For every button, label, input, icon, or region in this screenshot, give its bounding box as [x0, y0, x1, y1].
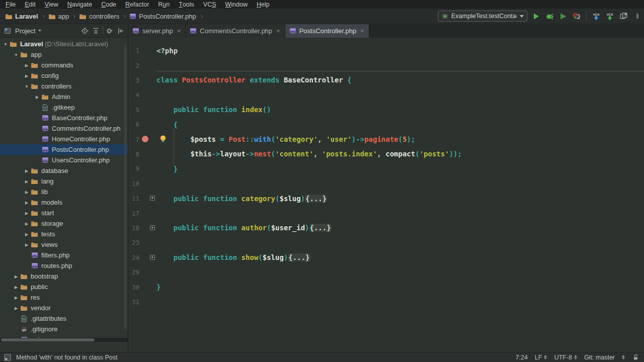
tree-item--gitignore[interactable]: git.gitignore	[0, 324, 128, 334]
vcs-update-icon[interactable]: VCS	[591, 11, 601, 21]
code-line-17[interactable]: 17	[128, 206, 644, 220]
encoding-select[interactable]: UTF-8	[554, 354, 577, 361]
collapse-all-icon[interactable]	[91, 26, 101, 36]
tree-item-controllers[interactable]: ▼controllers	[0, 81, 128, 92]
tree-item-artisan[interactable]: phpartisan	[0, 334, 128, 338]
tree-item-commentscontroller-ph[interactable]: phpCommentsController.ph	[0, 123, 128, 134]
code-line-2[interactable]: 2	[128, 58, 644, 72]
menu-file[interactable]: File	[1, 0, 20, 9]
run-icon[interactable]	[531, 11, 541, 21]
tree-item-admin[interactable]: ▶Admin	[0, 92, 128, 102]
gutter[interactable]: 6	[128, 117, 156, 132]
gutter[interactable]: 29	[128, 265, 156, 280]
tree-item-lang[interactable]: ▶lang	[0, 176, 128, 187]
run-configuration-select[interactable]: ExampleTest.testContact	[438, 11, 527, 22]
gutter[interactable]: 18+	[128, 221, 156, 235]
chevron-collapsed-icon[interactable]: ▶	[23, 200, 30, 205]
code-line-10[interactable]: 10	[128, 176, 644, 191]
tree-item-filters-php[interactable]: phpfilters.php	[0, 250, 128, 260]
chevron-collapsed-icon[interactable]: ▶	[34, 95, 41, 100]
menu-navigate[interactable]: Navigate	[63, 0, 97, 9]
tab-postscontroller-php[interactable]: phpPostsController.php×	[285, 24, 369, 38]
lock-icon[interactable]	[632, 354, 639, 361]
code-line-9[interactable]: 9 }	[128, 161, 644, 176]
tree-item-models[interactable]: ▶models	[0, 197, 128, 208]
code-line-1[interactable]: 1<?php	[128, 43, 644, 58]
gutter[interactable]: 4	[128, 87, 156, 102]
close-icon[interactable]: ×	[360, 27, 364, 35]
chevron-expanded-icon[interactable]: ▼	[2, 42, 9, 47]
close-icon[interactable]: ×	[276, 27, 280, 35]
code-line-29[interactable]: 29	[128, 265, 644, 280]
tree-item-storage[interactable]: ▶storage	[0, 218, 128, 229]
chevron-collapsed-icon[interactable]: ▶	[13, 295, 20, 300]
breadcrumb-item[interactable]: Laravel	[5, 13, 38, 20]
code-line-7[interactable]: 7 $posts = Post::with('category', 'user'…	[128, 132, 644, 146]
gutter[interactable]: 5	[128, 103, 156, 117]
gear-icon[interactable]	[105, 26, 115, 36]
gutter[interactable]: 23	[128, 235, 156, 250]
gutter[interactable]: 30	[128, 280, 156, 294]
tree-item-res[interactable]: ▶res	[0, 292, 128, 303]
tree-item--gitattributes[interactable]: .gitattributes	[0, 313, 128, 324]
code-line-18[interactable]: 18+ public function author($user_id){...…	[128, 221, 644, 235]
close-icon[interactable]: ×	[177, 27, 181, 35]
tree-item-public[interactable]: ▶public	[0, 282, 128, 292]
panel-horizontal-scrollbar[interactable]	[0, 338, 128, 342]
hide-panel-icon[interactable]	[116, 26, 126, 36]
gutter[interactable]: 10	[128, 176, 156, 191]
chevron-expanded-icon[interactable]: ▼	[23, 84, 30, 89]
profiler-icon[interactable]	[572, 11, 582, 21]
tree-item-postscontroller-php[interactable]: phpPostsController.php	[0, 144, 128, 155]
tree-item-start[interactable]: ▶start	[0, 208, 128, 218]
chevron-collapsed-icon[interactable]: ▶	[13, 285, 20, 290]
code-line-30[interactable]: 30}	[128, 280, 644, 294]
tree-item-app[interactable]: ▼app	[0, 49, 128, 60]
breadcrumb-item[interactable]: controllers	[79, 13, 119, 20]
tree-item-userscontroller-php[interactable]: phpUsersController.php	[0, 155, 128, 165]
code-line-4[interactable]: 4	[128, 87, 644, 102]
tree-item-basecontroller-php[interactable]: phpBaseController.php	[0, 113, 128, 123]
tree-item-homecontroller-php[interactable]: phpHomeController.php	[0, 134, 128, 144]
menu-tools[interactable]: Tools	[174, 0, 199, 9]
code-line-6[interactable]: 6 {	[128, 117, 644, 132]
code-line-3[interactable]: 3class PostsController extends BaseContr…	[128, 73, 644, 87]
chevron-collapsed-icon[interactable]: ▶	[23, 73, 30, 78]
vcs-branch-widget[interactable]: Git: master	[584, 354, 625, 361]
menu-vcs[interactable]: VCS	[199, 0, 221, 9]
menu-edit[interactable]: Edit	[20, 0, 40, 9]
chevron-collapsed-icon[interactable]: ▶	[23, 242, 30, 247]
code-line-8[interactable]: 8 $this->layout->nest('content', 'posts.…	[128, 147, 644, 161]
tree-item-database[interactable]: ▶database	[0, 165, 128, 176]
chevron-collapsed-icon[interactable]: ▶	[23, 168, 30, 173]
tree-item-laravel[interactable]: ▼Laravel (D:\Sites\Lab\Laravel)	[0, 39, 128, 49]
menu-window[interactable]: Window	[221, 0, 252, 9]
gutter[interactable]: 2	[128, 58, 156, 72]
tab-commentscontroller-php[interactable]: phpCommentsController.php×	[186, 24, 285, 38]
fold-expand-icon[interactable]: +	[150, 196, 155, 201]
menu-help[interactable]: Help	[252, 0, 274, 9]
gutter[interactable]: 7	[128, 132, 156, 146]
code-editor[interactable]: 1<?php23class PostsController extends Ba…	[128, 38, 644, 352]
chevron-collapsed-icon[interactable]: ▶	[23, 211, 30, 216]
fold-expand-icon[interactable]: +	[150, 255, 155, 260]
breakpoint-icon[interactable]	[142, 136, 148, 142]
tree-item--gitkeep[interactable]: ?.gitkeep	[0, 102, 128, 113]
panel-vertical-scrollbar[interactable]	[124, 44, 127, 329]
locate-icon[interactable]	[80, 26, 90, 36]
tree-item-vendor[interactable]: ▶vendor	[0, 303, 128, 313]
gutter[interactable]: 17	[128, 206, 156, 220]
breadcrumb-item[interactable]: app	[48, 13, 69, 20]
coverage-icon[interactable]	[558, 11, 568, 21]
debug-icon[interactable]	[544, 11, 554, 21]
chevron-collapsed-icon[interactable]: ▶	[13, 274, 20, 279]
caret-position[interactable]: 7:24	[516, 354, 528, 361]
code-line-23[interactable]: 23	[128, 235, 644, 250]
chevron-down-icon[interactable]	[38, 30, 41, 32]
gutter[interactable]: 11+	[128, 191, 156, 206]
tree-item-lib[interactable]: ▶lib	[0, 187, 128, 197]
tree-item-routes-php[interactable]: phproutes.php	[0, 260, 128, 271]
gutter[interactable]: 1	[128, 43, 156, 58]
tree-item-commands[interactable]: ▶commands	[0, 60, 128, 70]
gutter[interactable]: 9	[128, 161, 156, 176]
